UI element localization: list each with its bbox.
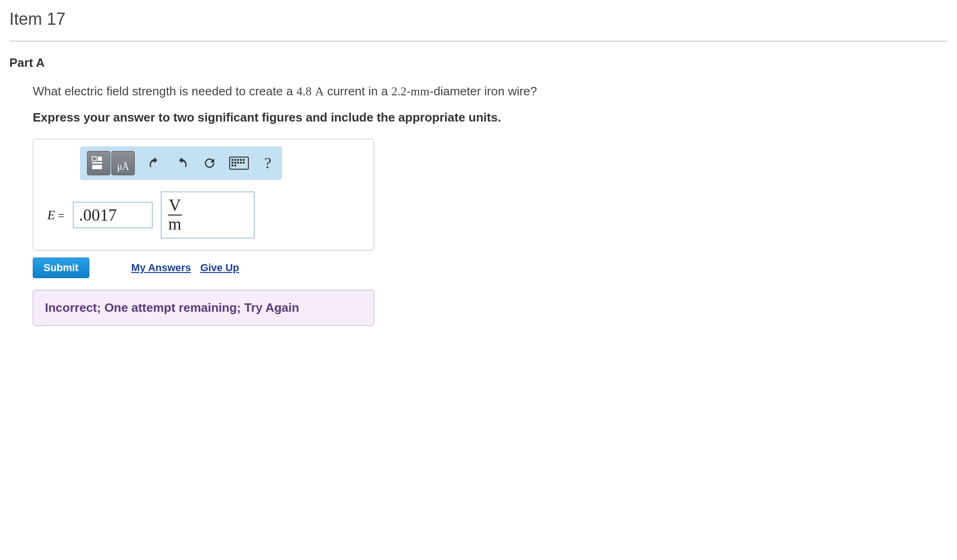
divider <box>9 41 948 42</box>
my-answers-link[interactable]: My Answers <box>131 262 191 274</box>
unit-denominator: m <box>168 215 182 233</box>
question-text: What electric field strength is needed t… <box>33 84 948 99</box>
item-title: Item 17 <box>9 9 948 29</box>
links-row: My Answers Give Up <box>131 262 239 274</box>
question-block: What electric field strength is needed t… <box>9 84 948 326</box>
q-current-value: 4.8 <box>297 85 312 98</box>
feedback-text: Incorrect; One attempt remaining; Try Ag… <box>45 301 362 315</box>
q-suffix: -diameter iron wire? <box>429 84 537 98</box>
unit-numerator: V <box>168 197 182 215</box>
template-button[interactable] <box>87 151 110 175</box>
svg-rect-0 <box>92 157 96 161</box>
svg-rect-3 <box>92 165 102 169</box>
q-current-unit: A <box>315 85 324 98</box>
svg-rect-1 <box>98 157 102 161</box>
units-button[interactable]: μÅ <box>111 151 135 175</box>
svg-rect-2 <box>92 162 102 164</box>
keyboard-button[interactable] <box>229 157 249 170</box>
part-label: Part A <box>9 56 948 70</box>
reset-icon <box>203 156 217 170</box>
redo-icon <box>175 156 189 170</box>
q-diameter-unit: mm <box>411 85 429 98</box>
answer-toolbar: μÅ ? <box>80 146 282 180</box>
undo-icon <box>147 156 161 170</box>
q-prefix: What electric field strength is needed t… <box>33 84 297 98</box>
variable-label: E = <box>47 208 65 223</box>
answer-row: E = .0017 V m <box>43 192 364 238</box>
undo-button[interactable] <box>146 155 162 171</box>
instructions: Express your answer to two significant f… <box>33 110 948 125</box>
help-button[interactable]: ? <box>261 154 275 172</box>
q-mid: current in a <box>324 84 392 98</box>
action-row: Submit My Answers Give Up <box>33 258 948 278</box>
value-input[interactable]: .0017 <box>73 202 152 228</box>
unit-input[interactable]: V m <box>161 192 254 238</box>
submit-button[interactable]: Submit <box>33 258 89 278</box>
template-icon <box>91 156 106 171</box>
feedback-box: Incorrect; One attempt remaining; Try Ag… <box>33 290 374 326</box>
equals-sign: = <box>55 209 65 222</box>
q-diameter-value: 2.2 <box>392 85 407 98</box>
redo-button[interactable] <box>174 155 190 171</box>
variable-symbol: E <box>47 208 55 222</box>
units-button-label: μÅ <box>117 161 129 172</box>
give-up-link[interactable]: Give Up <box>200 262 239 274</box>
tool-button-group: μÅ <box>87 151 135 175</box>
reset-button[interactable] <box>202 155 218 171</box>
answer-box: μÅ ? E = .0017 V <box>33 139 374 251</box>
